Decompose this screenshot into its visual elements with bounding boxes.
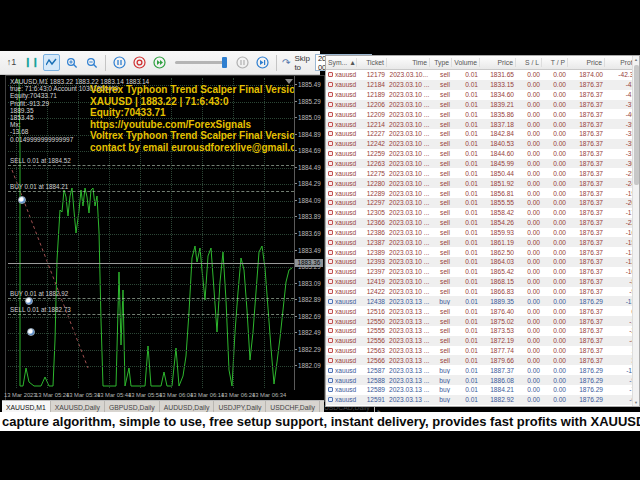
trade-table-body: xauusd121792023.03.10...sell0.011831.650… (326, 70, 639, 405)
cell-price: 1837.18 (480, 121, 516, 128)
column-header-volume[interactable]: Volume (452, 58, 480, 67)
cell-time: 2023.03.13 ... (387, 347, 430, 354)
table-row[interactable]: xauusd122752023.03.10 ...sell0.011850.44… (326, 168, 639, 178)
table-scrollbar[interactable]: ▲ ▼ (632, 56, 639, 406)
table-row[interactable]: xauusd125562023.03.13 ...sell0.011872.19… (326, 336, 639, 346)
chart-tab-xauusd-m1[interactable]: XAUUSD,M1 (2, 401, 51, 412)
table-row[interactable]: xauusd122062023.03.10 ...sell0.011839.21… (326, 100, 639, 110)
symbol-cell: xauusd (326, 239, 357, 246)
cell-volume: 0.01 (452, 239, 480, 246)
cell-volume: 0.01 (452, 308, 480, 315)
cell-type: sell (430, 209, 452, 216)
table-row[interactable]: xauusd121842023.03.10 ...sell0.011833.15… (326, 80, 639, 90)
zoom-out-icon[interactable] (83, 54, 100, 71)
stop-icon[interactable] (131, 54, 148, 71)
cell-tp: 0.00 (542, 278, 568, 285)
cell-time: 2023.03.13 ... (387, 298, 430, 305)
cell-price2: 1876.37 (568, 357, 605, 364)
cell-price2: 1876.37 (568, 249, 605, 256)
table-row[interactable]: xauusd123662023.03.10 ...sell0.011854.26… (326, 218, 639, 228)
fast-forward-icon[interactable] (151, 54, 168, 71)
cell-type: sell (430, 258, 452, 265)
table-row[interactable]: xauusd122632023.03.10 ...sell0.011845.99… (326, 159, 639, 169)
table-row[interactable]: xauusd125162023.03.13 ...sell0.011876.40… (326, 306, 639, 316)
column-header-price[interactable]: Price (480, 58, 516, 67)
cell-ticket: 12305 (357, 209, 387, 216)
pause-at-bar-icon[interactable] (234, 54, 251, 71)
table-row[interactable]: xauusd122802023.03.10 ...sell0.011851.92… (326, 178, 639, 188)
table-row[interactable]: xauusd122092023.03.10 ...sell0.011835.86… (326, 109, 639, 119)
step-forward-icon[interactable]: ↑1 (3, 54, 20, 71)
column-header-time[interactable]: Time (387, 58, 430, 67)
column-header-type[interactable]: Type (430, 58, 452, 67)
cell-price2: 1876.37 (568, 91, 605, 98)
sell-order-icon (328, 122, 333, 127)
tick-chart-icon[interactable]: ❙❙ (23, 54, 40, 71)
zoom-in-icon[interactable] (63, 54, 80, 71)
table-row[interactable]: xauusd125872023.03.13 ...buy0.011887.370… (326, 365, 639, 375)
cell-time: 2023.03.10 ... (387, 249, 430, 256)
table-row[interactable]: xauusd125552023.03.13 ...sell0.011873.53… (326, 326, 639, 336)
table-row[interactable]: xauusd125892023.03.13 ...buy0.011884.210… (326, 385, 639, 395)
table-row[interactable]: xauusd122892023.03.10 ...sell0.011856.81… (326, 188, 639, 198)
line-chart-mode-icon[interactable] (43, 54, 60, 71)
table-row[interactable]: xauusd122142023.03.10 ...sell0.011837.18… (326, 119, 639, 129)
sell-order-icon (328, 348, 333, 353)
overlay-ad-line: XAUUSD | 1883.22 | 71:6:43:0 (90, 96, 228, 107)
cell-price2: 1876.37 (568, 278, 605, 285)
cell-price: 1879.66 (480, 357, 516, 364)
trade-marker-icon (18, 196, 26, 204)
sell-order-icon (328, 309, 333, 314)
speed-slider[interactable] (175, 61, 227, 64)
table-row[interactable]: xauusd123872023.03.10 ...sell0.011861.19… (326, 237, 639, 247)
cell-price2: 1876.37 (568, 229, 605, 236)
table-row[interactable]: xauusd125662023.03.13 ...sell0.011879.66… (326, 355, 639, 365)
cell-volume: 0.01 (452, 219, 480, 226)
table-row[interactable]: xauusd121792023.03.10...sell0.011831.650… (326, 70, 639, 80)
cell-price2: 1876.37 (568, 140, 605, 147)
cell-volume: 0.01 (452, 357, 480, 364)
table-row[interactable]: xauusd122422023.03.10 ...sell0.011840.53… (326, 139, 639, 149)
column-header-sym[interactable]: Sym... ▲ (326, 58, 357, 67)
table-row[interactable]: xauusd124192023.03.10 ...sell0.011868.15… (326, 277, 639, 287)
table-row[interactable]: xauusd125882023.03.13 ...buy0.011886.080… (326, 375, 639, 385)
sell-order-icon (328, 338, 333, 343)
table-row[interactable]: xauusd123932023.03.10 ...sell0.011864.03… (326, 257, 639, 267)
table-row[interactable]: xauusd122972023.03.10 ...sell0.011855.55… (326, 198, 639, 208)
chart-tab-gbpusd-daily[interactable]: GBPUSD,Daily (105, 401, 160, 412)
column-header-sl[interactable]: S / L (516, 58, 542, 67)
column-header-price[interactable]: Price (568, 58, 605, 67)
cell-ticket: 12209 (357, 111, 387, 118)
chart-tab-audusd-daily[interactable]: AUDUSD,Daily (160, 401, 215, 412)
table-row[interactable]: xauusd125632023.03.13 ...sell0.011877.74… (326, 346, 639, 356)
scrollbar-down-icon[interactable]: ▼ (633, 399, 639, 406)
chart-tab-usdjpy-daily[interactable]: USDJPY,Daily (214, 401, 266, 412)
table-row[interactable]: xauusd125502023.03.13 ...sell0.011875.02… (326, 316, 639, 326)
speed-slider-thumb[interactable] (222, 57, 227, 68)
table-row[interactable]: xauusd124382023.03.13 ...buy0.011889.350… (326, 296, 639, 306)
scrollbar-thumb[interactable] (634, 65, 639, 185)
table-row[interactable]: xauusd123862023.03.10 ...sell0.011859.93… (326, 228, 639, 238)
trade-panel: Sym... ▲TicketTimeTypeVolumePriceS / LT … (325, 55, 640, 407)
table-row[interactable]: xauusd122272023.03.10 ...sell0.011842.84… (326, 129, 639, 139)
skip-to-end-icon[interactable] (254, 54, 271, 71)
table-row[interactable]: xauusd125912023.03.13 ...buy0.011882.920… (326, 395, 639, 405)
table-row[interactable]: xauusd121892023.03.10 ...sell0.011834.60… (326, 90, 639, 100)
symbol-cell: xauusd (326, 130, 357, 137)
pause-icon[interactable] (111, 54, 128, 71)
trade-table-header: Sym... ▲TicketTimeTypeVolumePriceS / LT … (326, 56, 639, 70)
price-axis-label: 1882.89 (298, 296, 321, 303)
chart-tab-usdchf-daily[interactable]: USDCHF,Daily (266, 401, 320, 412)
cell-time: 2023.03.10 ... (387, 199, 430, 206)
table-row[interactable]: xauusd123052023.03.10 ...sell0.011858.42… (326, 208, 639, 218)
cell-sl: 0.00 (516, 327, 542, 334)
table-row[interactable]: xauusd123972023.03.10 ...sell0.011865.42… (326, 267, 639, 277)
chart-tab-xauusd-daily[interactable]: XAUUSD,Daily (51, 401, 105, 412)
column-header-ticket[interactable]: Ticket (357, 58, 387, 67)
scrollbar-up-icon[interactable]: ▲ (633, 56, 639, 63)
chart-plot[interactable]: SELL 0.01 at 1884.52BUY 0.01 at 1884.21B… (6, 76, 295, 390)
table-row[interactable]: xauusd123892023.03.10 ...sell0.011862.50… (326, 247, 639, 257)
table-row[interactable]: xauusd122592023.03.10 ...sell0.011844.60… (326, 149, 639, 159)
column-header-tp[interactable]: T / P (542, 58, 568, 67)
table-row[interactable]: xauusd124222023.03.10 ...sell0.011866.83… (326, 287, 639, 297)
